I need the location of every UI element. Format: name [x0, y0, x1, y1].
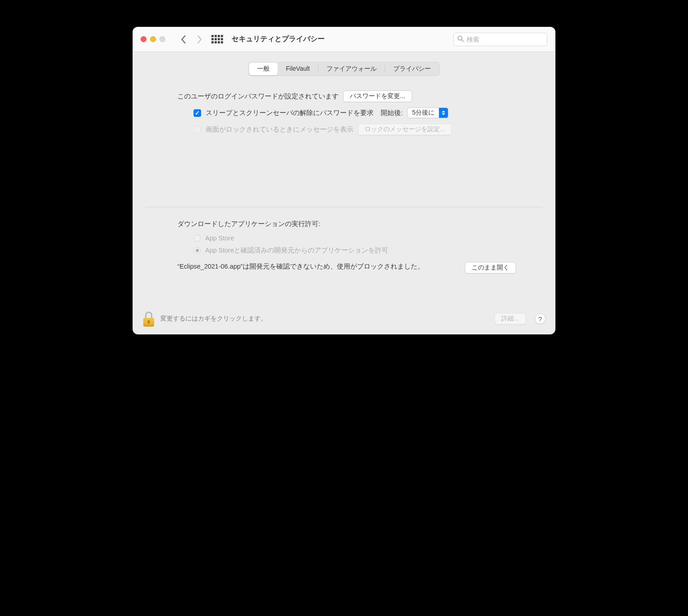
set-lock-message-button: ロックのメッセージを設定... — [358, 124, 452, 135]
require-password-checkbox[interactable] — [194, 109, 201, 117]
footer: 変更するにはカギをクリックします。 詳細... ? — [133, 284, 555, 334]
svg-line-1 — [462, 39, 464, 41]
radio-identified-devs — [194, 247, 201, 254]
delay-select-value: 5分後に — [412, 109, 439, 117]
help-button[interactable]: ? — [535, 313, 546, 324]
content-area: 一般 FileVault ファイアウォール プライバシー このユーザのログインパ… — [133, 52, 555, 334]
close-window-button[interactable] — [141, 36, 146, 42]
radio-identified-devs-label: App Storeと確認済みの開発元からのアプリケーションを許可 — [205, 246, 389, 255]
prefs-window: セキュリティとプライバシー 一般 FileVault ファイアウォール プライバ… — [133, 27, 555, 334]
radio-app-store — [194, 235, 201, 242]
titlebar: セキュリティとプライバシー — [133, 27, 555, 52]
lock-icon[interactable] — [142, 311, 155, 326]
tab-filevault[interactable]: FileVault — [278, 63, 318, 75]
search-icon — [457, 35, 464, 43]
radio-app-store-label: App Store — [205, 235, 234, 242]
open-anyway-button[interactable]: このまま開く — [465, 262, 516, 274]
general-panel: このユーザのログインパスワードが設定されています パスワードを変更... スリー… — [133, 87, 555, 284]
downloads-heading: ダウンロードしたアプリケーションの実行許可: — [177, 220, 516, 228]
tab-general[interactable]: 一般 — [249, 63, 278, 75]
all-prefs-grid-icon[interactable] — [211, 35, 224, 43]
delay-select[interactable]: 5分後に — [407, 107, 448, 118]
require-password-label: スリープとスクリーンセーバの解除にパスワードを要求 — [206, 109, 374, 117]
password-set-label: このユーザのログインパスワードが設定されています — [177, 92, 339, 101]
advanced-button: 詳細... — [494, 313, 526, 325]
tab-privacy[interactable]: プライバシー — [385, 63, 439, 75]
tab-bar: 一般 FileVault ファイアウォール プライバシー — [133, 62, 555, 76]
after-label: 開始後: — [381, 109, 403, 117]
change-password-button[interactable]: パスワードを変更... — [343, 90, 412, 102]
lock-hint-text: 変更するにはカギをクリックします。 — [160, 315, 489, 323]
blocked-app-message: “Eclipse_2021-06.app”は開発元を確認できないため、使用がブロ… — [177, 262, 459, 272]
search-input[interactable] — [467, 36, 545, 43]
tab-firewall[interactable]: ファイアウォール — [318, 63, 385, 75]
search-field-wrap[interactable] — [453, 33, 547, 46]
lock-message-label: 画面がロックされているときにメッセージを表示 — [206, 125, 353, 134]
zoom-window-button — [159, 36, 165, 42]
back-button[interactable] — [177, 33, 189, 46]
chevron-updown-icon — [439, 108, 448, 118]
lock-message-checkbox — [194, 126, 201, 133]
window-title: セキュリティとプライバシー — [232, 34, 325, 44]
minimize-window-button[interactable] — [150, 36, 156, 42]
forward-button — [193, 33, 206, 46]
traffic-lights — [141, 36, 165, 42]
